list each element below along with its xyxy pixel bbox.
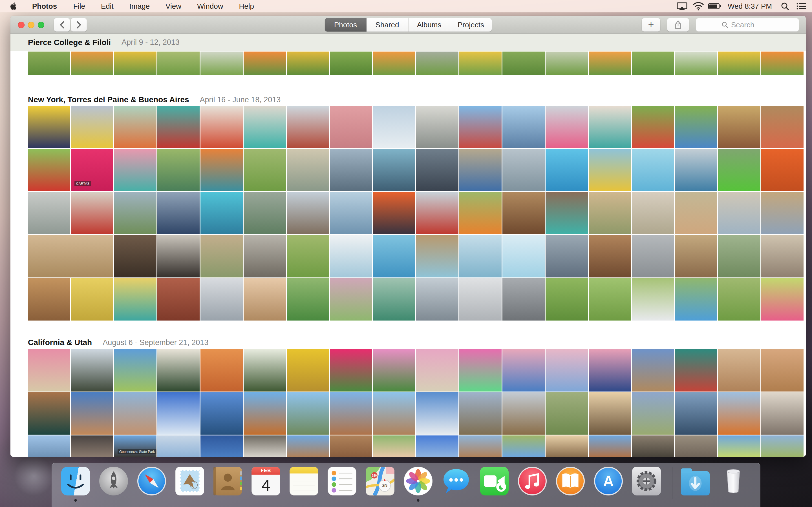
photo-field-sheep-mountain[interactable] bbox=[761, 192, 804, 234]
photo-street-trees[interactable] bbox=[718, 235, 760, 277]
photo-tree-silhouette-sky[interactable] bbox=[71, 349, 113, 392]
photo-dramatic-sky-canyon[interactable] bbox=[675, 392, 717, 435]
photo-pink-door-cartas[interactable]: CARTAS bbox=[71, 149, 113, 191]
maps-dock-icon[interactable]: 3D280 bbox=[366, 467, 395, 496]
photo-goosenecks-sign[interactable]: Goosenecks State Park bbox=[114, 436, 156, 457]
menu-window[interactable]: Window bbox=[189, 0, 231, 12]
photo-boy-sliding[interactable] bbox=[632, 52, 674, 75]
reminders-dock-icon[interactable] bbox=[327, 467, 356, 496]
photo-glacier-walkway[interactable] bbox=[416, 235, 458, 277]
tab-photos[interactable]: Photos bbox=[325, 18, 366, 32]
photo-iceberg-bay[interactable] bbox=[675, 149, 717, 191]
photo-field-players[interactable] bbox=[330, 52, 372, 75]
photo-yellow-team-huddle[interactable] bbox=[287, 52, 329, 75]
photo-couple-green-butte[interactable] bbox=[287, 392, 329, 435]
photo-rv-side-man[interactable] bbox=[761, 392, 804, 435]
photo-canyon-sky-2[interactable] bbox=[589, 436, 631, 457]
photo-bridge-boys-green[interactable] bbox=[718, 149, 760, 191]
photo-turquoise-lake-mountains[interactable] bbox=[373, 149, 415, 191]
photo-field-far-players[interactable] bbox=[502, 52, 545, 75]
photo-yellow-jersey-kid[interactable] bbox=[114, 52, 156, 75]
photo-rainbow-desert[interactable] bbox=[632, 392, 674, 435]
sysprefs-dock-icon[interactable] bbox=[632, 467, 661, 496]
photo-white-spiky-dahlia[interactable] bbox=[244, 349, 286, 392]
photo-sky-clouds-below[interactable] bbox=[157, 392, 200, 435]
photo-boy-hanging-mural[interactable] bbox=[71, 106, 113, 148]
photo-yellow-sunflower[interactable] bbox=[287, 349, 329, 392]
photo-sky-and-field[interactable] bbox=[761, 436, 804, 457]
photo-ball-closeup[interactable] bbox=[546, 52, 588, 75]
photo-stream-mossy-rocks[interactable] bbox=[244, 192, 286, 234]
photo-woman-white-top[interactable] bbox=[459, 278, 502, 321]
photo-park-picnic[interactable] bbox=[589, 278, 631, 321]
photo-dahlias-blue-sky[interactable] bbox=[502, 349, 545, 392]
photo-casa-rosada[interactable] bbox=[330, 106, 372, 148]
photo-friends-yellow-teal[interactable] bbox=[114, 278, 156, 321]
photo-dead-branches[interactable] bbox=[632, 436, 674, 457]
photo-monument-valley-jump[interactable] bbox=[330, 392, 372, 435]
photo-glacier-closeup[interactable] bbox=[502, 235, 545, 277]
launchpad-dock-icon[interactable] bbox=[99, 467, 128, 496]
photo-group-on-rocks[interactable] bbox=[718, 349, 760, 392]
photo-woman-navy-portrait[interactable] bbox=[157, 192, 200, 234]
close-button[interactable] bbox=[18, 22, 24, 28]
photo-boy-on-rock[interactable] bbox=[761, 349, 804, 392]
minimize-button[interactable] bbox=[28, 22, 35, 28]
photo-glacier-wall[interactable] bbox=[459, 235, 502, 277]
photo-lake-powell-canyon[interactable] bbox=[28, 392, 70, 435]
airplay-icon[interactable] bbox=[675, 0, 689, 12]
photo-mountain-lake-brush[interactable] bbox=[114, 192, 156, 234]
photo-gray-valley[interactable] bbox=[28, 192, 70, 234]
photo-boy-green-bench[interactable] bbox=[157, 149, 200, 191]
menu-clock[interactable]: Wed 8:37 PM bbox=[724, 2, 776, 11]
photo-tiled-wall-red[interactable] bbox=[287, 106, 329, 148]
photo-lawn-white-blanket[interactable] bbox=[632, 278, 674, 321]
photo-deep-sky-dark-lake[interactable] bbox=[200, 392, 243, 435]
photo-pineapple-selfie[interactable] bbox=[71, 278, 113, 321]
photo-man-shielding-eyes[interactable] bbox=[546, 436, 588, 457]
photo-picnic-blanket-woman[interactable] bbox=[546, 278, 588, 321]
photo-city-crosswalk[interactable] bbox=[632, 235, 674, 277]
photo-woman-hat-restaurant[interactable] bbox=[28, 278, 70, 321]
photo-goalkeeper[interactable] bbox=[675, 52, 717, 75]
wifi-icon[interactable] bbox=[691, 0, 706, 12]
photo-green-water-red-tank[interactable] bbox=[675, 349, 717, 392]
appstore-dock-icon[interactable]: A bbox=[594, 467, 623, 496]
photo-pampas-plant[interactable] bbox=[287, 149, 329, 191]
menu-image[interactable]: Image bbox=[121, 0, 158, 12]
window-titlebar[interactable]: PhotosSharedAlbumsProjects + bbox=[10, 16, 806, 34]
photo-red-helmet-boy[interactable] bbox=[28, 149, 70, 191]
photo-llama-grass[interactable] bbox=[675, 192, 717, 234]
mail-dock-icon[interactable] bbox=[175, 467, 204, 496]
photo-dahlia-clouds[interactable] bbox=[546, 349, 588, 392]
photo-cafe-bunting-flags[interactable] bbox=[761, 106, 804, 148]
photo-teal-hoodie-woman[interactable] bbox=[546, 192, 588, 234]
photo-guanaco-closeup[interactable] bbox=[589, 192, 631, 234]
photo-park-hug[interactable] bbox=[718, 278, 760, 321]
photo-horseback-trail[interactable] bbox=[200, 235, 243, 277]
search-input[interactable] bbox=[731, 20, 773, 29]
photo-grass-spikes-sky[interactable] bbox=[502, 436, 545, 457]
photo-pink-cosmos[interactable] bbox=[373, 349, 415, 392]
finder-dock-icon[interactable] bbox=[61, 467, 90, 496]
photo-soccer-ball-grass[interactable] bbox=[157, 52, 200, 75]
photo-clouds-desert[interactable] bbox=[416, 392, 458, 435]
photo-orange-jersey-boy[interactable] bbox=[373, 52, 415, 75]
photo-turquoise-lake-horns[interactable] bbox=[200, 192, 243, 234]
tab-projects[interactable]: Projects bbox=[450, 18, 492, 32]
photo-goal-net[interactable] bbox=[200, 52, 243, 75]
photo-canyon-and-sky[interactable] bbox=[459, 436, 502, 457]
photo-pink-green-dahlia[interactable] bbox=[459, 349, 502, 392]
photo-kids-on-snow[interactable] bbox=[330, 235, 372, 277]
photo-group-on-grass[interactable] bbox=[244, 149, 286, 191]
photo-orange-jerseys[interactable] bbox=[71, 52, 113, 75]
menu-edit[interactable]: Edit bbox=[93, 0, 121, 12]
photo-orange-canyon-clouds[interactable] bbox=[244, 392, 286, 435]
photo-sheep-flock-sky[interactable] bbox=[718, 192, 760, 234]
photo-deep-blue-sky[interactable] bbox=[200, 436, 243, 457]
battery-icon[interactable] bbox=[707, 0, 722, 12]
photo-boy-red-white-wall[interactable] bbox=[200, 106, 243, 148]
photo-yellow-huddle[interactable] bbox=[718, 52, 760, 75]
photo-iceberg-chunks[interactable] bbox=[632, 149, 674, 191]
photo-green-house-orange-beam[interactable] bbox=[114, 106, 156, 148]
